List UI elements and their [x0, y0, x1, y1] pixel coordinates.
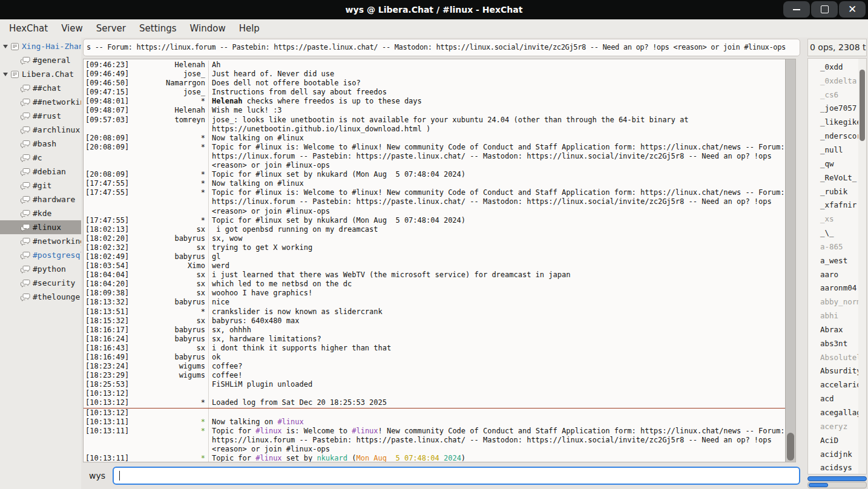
- userlist[interactable]: _0xdd_0xdelta_cs6_joe7057_likegike_nders…: [808, 59, 858, 474]
- channel-icon: [21, 154, 30, 162]
- sidebar-item-linux[interactable]: #linux: [0, 220, 81, 234]
- userlist-item[interactable]: a-865: [808, 240, 858, 254]
- menu-hexchat[interactable]: HexChat: [2, 19, 54, 38]
- message-text: sx, wow: [208, 234, 785, 243]
- channel-label: ##rust: [33, 111, 61, 120]
- timestamp: [17:47:55]: [84, 179, 139, 188]
- userlist-item[interactable]: _0xdd: [808, 60, 858, 74]
- message-text: Does dell not offere bootable iso?: [208, 79, 785, 88]
- sidebar-item-rust[interactable]: ##rust: [0, 109, 81, 123]
- userlist-item[interactable]: accelario: [808, 378, 858, 392]
- sidebar-item-LiberaChat[interactable]: Libera.Chat: [0, 67, 81, 81]
- channel-tree[interactable]: Xing-Hai-Zhan#generalLibera.Chat##chat##…: [0, 38, 81, 489]
- sidebar-item-hardware[interactable]: #hardware: [0, 192, 81, 206]
- userlist-item[interactable]: _likegike: [808, 115, 858, 129]
- chat-messages[interactable]: [09:46:23]HelenahAh[09:46:49]jose_Just h…: [84, 59, 785, 462]
- channel-label: #archlinux: [33, 125, 80, 134]
- userlist-item[interactable]: a_west: [808, 254, 858, 267]
- menu-server[interactable]: Server: [90, 19, 133, 38]
- userlist-item[interactable]: _nderscor: [808, 129, 858, 143]
- menu-settings[interactable]: Settings: [133, 19, 183, 38]
- sidebar-item-archlinux[interactable]: #archlinux: [0, 123, 81, 137]
- sidebar-item-networking[interactable]: ##networking: [0, 95, 81, 109]
- sidebar-item-general[interactable]: #general: [0, 53, 81, 67]
- nick: babyrus: [139, 252, 208, 261]
- maximize-button[interactable]: [811, 1, 838, 18]
- timestamp: [09:48:01]: [84, 97, 139, 106]
- sidebar-item-XingHaiZhan[interactable]: Xing-Hai-Zhan: [0, 39, 81, 53]
- userlist-item[interactable]: _rubik: [808, 185, 858, 199]
- userlist-item[interactable]: acidjnk: [808, 447, 858, 461]
- userlist-item[interactable]: AciD: [808, 433, 858, 447]
- nick: *: [139, 216, 208, 225]
- userlist-item[interactable]: aceryz: [808, 419, 858, 433]
- userlist-item[interactable]: _xfafnir: [808, 198, 858, 212]
- chat-row: [18:02:13]sx i got openbsd running on my…: [84, 225, 785, 234]
- timestamp: [18:16:49]: [84, 353, 139, 362]
- message-text: Topic for #linux is: Welcome to #linux! …: [208, 427, 785, 454]
- chat-scrollbar-thumb[interactable]: [787, 433, 794, 461]
- channel-icon: [21, 265, 30, 274]
- userlist-scrollbar-thumb[interactable]: [860, 70, 865, 141]
- userlist-item[interactable]: abhi: [808, 309, 858, 323]
- topic-input[interactable]: s -- Forum: https://linux.forum -- Paste…: [83, 39, 800, 56]
- userlist-item[interactable]: _0xdelta: [808, 74, 858, 88]
- userlist-item[interactable]: _null: [808, 143, 858, 157]
- userlist-item[interactable]: _\_: [808, 226, 858, 240]
- sidebar-item-bash[interactable]: #bash: [0, 137, 81, 151]
- close-button[interactable]: ✕: [839, 1, 866, 18]
- sidebar-item-chat[interactable]: ##chat: [0, 81, 81, 95]
- nick: *: [139, 134, 208, 143]
- chat-row: [18:13:32]babyrusnice: [84, 298, 785, 307]
- menubar: HexChatViewServerSettingsWindowHelp: [0, 19, 868, 38]
- sidebar-item-c[interactable]: #c: [0, 151, 81, 165]
- userlist-item[interactable]: abs3nt: [808, 336, 858, 350]
- text-caret: [119, 471, 120, 481]
- message-text: coffee?: [208, 362, 785, 371]
- menu-help[interactable]: Help: [232, 19, 266, 38]
- userlist-item[interactable]: _qw: [808, 157, 858, 171]
- sidebar-item-postgresql[interactable]: #postgresql: [0, 248, 81, 262]
- nick: sx: [139, 344, 208, 353]
- nick: *: [139, 418, 208, 427]
- expander-icon[interactable]: [3, 45, 8, 48]
- sidebar-item-git[interactable]: #git: [0, 179, 81, 192]
- userlist-item[interactable]: abby_norm: [808, 295, 858, 309]
- menu-window[interactable]: Window: [183, 19, 232, 38]
- nick: *: [139, 143, 208, 170]
- userlist-item[interactable]: Abrax: [808, 323, 858, 336]
- sidebar-item-python[interactable]: #python: [0, 262, 81, 276]
- userlist-item[interactable]: Absolutel: [808, 350, 858, 364]
- userlist-item[interactable]: _cs6: [808, 88, 858, 102]
- timestamp: [20:08:09]: [84, 170, 139, 179]
- timestamp: [10:13:11]: [84, 427, 139, 454]
- expander-icon[interactable]: [3, 73, 8, 76]
- message-input[interactable]: [113, 467, 800, 485]
- message-text: i just learned that there was WebTV (the…: [208, 271, 785, 280]
- userlist-item[interactable]: aaro: [808, 267, 858, 281]
- userlist-scrollbar[interactable]: [858, 59, 866, 474]
- channel-icon: [21, 279, 30, 287]
- sidebar-item-thelounge[interactable]: #thelounge: [0, 290, 81, 304]
- userlist-item[interactable]: _xs: [808, 212, 858, 226]
- userlist-item[interactable]: _joe7057: [808, 102, 858, 116]
- userlist-item[interactable]: acidsys: [808, 461, 858, 474]
- userlist-item[interactable]: aaronm04: [808, 281, 858, 295]
- userlist-item[interactable]: acegallag: [808, 405, 858, 419]
- sidebar-item-debian[interactable]: #debian: [0, 165, 81, 179]
- message-text: Ah: [208, 61, 785, 70]
- timestamp: [18:15:32]: [84, 317, 139, 326]
- userlist-item[interactable]: Absurdity: [808, 364, 858, 378]
- timestamp: [18:03:54]: [84, 261, 139, 271]
- userlist-item[interactable]: _ReVoLt_: [808, 171, 858, 185]
- minimize-button[interactable]: [783, 1, 810, 18]
- chat-row: [17:47:55]*Topic for #linux is: Welcome …: [84, 188, 785, 215]
- nick: *: [139, 427, 208, 454]
- sidebar-item-security[interactable]: #security: [0, 276, 81, 290]
- timestamp: [09:47:15]: [84, 88, 139, 97]
- sidebar-item-kde[interactable]: #kde: [0, 206, 81, 220]
- menu-view[interactable]: View: [54, 19, 90, 38]
- userlist-item[interactable]: acd: [808, 392, 858, 405]
- chat-scrollbar[interactable]: [785, 59, 795, 462]
- sidebar-item-networking[interactable]: #networking: [0, 234, 81, 248]
